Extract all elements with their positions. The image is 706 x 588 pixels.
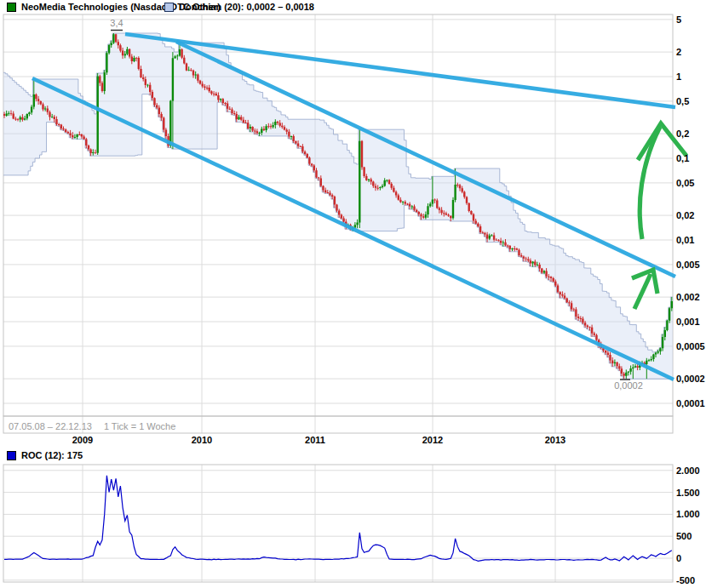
roc-legend: ROC (12): 175 — [7, 450, 83, 460]
svg-text:0,001: 0,001 — [676, 317, 700, 327]
roc-swatch-icon — [7, 451, 16, 460]
svg-text:2013: 2013 — [545, 435, 565, 445]
roc-axis-labels: 2.0001.5001.0005000-500 — [676, 465, 700, 585]
date-range-label: 07.05.08 – 22.12.13 — [9, 421, 92, 431]
svg-text:0,05: 0,05 — [676, 178, 694, 188]
svg-text:2009: 2009 — [72, 435, 93, 445]
svg-text:1.500: 1.500 — [676, 488, 700, 498]
svg-text:0,005: 0,005 — [676, 260, 700, 270]
svg-text:0,0002: 0,0002 — [676, 374, 705, 384]
date-range-bar: 07.05.08 – 22.12.131 Tick = 1 Woche — [9, 421, 187, 431]
chart-page: NeoMedia Technologies (Nasdaq OTC Other)… — [0, 0, 706, 588]
svg-text:1: 1 — [676, 71, 681, 82]
svg-text:0,0002: 0,0002 — [614, 380, 643, 391]
price-annotation-1: 0,0002 — [614, 380, 643, 391]
roc-label: ROC (12): 175 — [21, 450, 83, 460]
svg-text:2011: 2011 — [305, 435, 325, 445]
year-axis-labels: 20092010201120122013 — [72, 435, 565, 445]
svg-text:2010: 2010 — [192, 435, 212, 445]
svg-text:0,1: 0,1 — [676, 153, 689, 163]
svg-text:3,4: 3,4 — [110, 18, 123, 28]
svg-text:2012: 2012 — [422, 435, 443, 445]
svg-text:2.000: 2.000 — [676, 465, 700, 476]
svg-text:500: 500 — [676, 531, 692, 541]
svg-text:0,0001: 0,0001 — [676, 398, 705, 408]
price-and-roc-chart-canvas[interactable]: 3,40,00025210,50,20,10,050,020,010,0050,… — [0, 0, 706, 588]
svg-text:0,5: 0,5 — [676, 96, 689, 106]
svg-text:0: 0 — [676, 553, 681, 563]
svg-text:0,01: 0,01 — [676, 235, 694, 245]
price-axis-labels: 5210,50,20,10,050,020,010,0050,0020,0010… — [676, 14, 705, 408]
roc-line — [4, 476, 672, 561]
tick-note-label: 1 Tick = 1 Woche — [104, 421, 175, 431]
svg-text:5: 5 — [676, 14, 681, 25]
svg-text:1.000: 1.000 — [676, 509, 700, 519]
svg-text:0,0005: 0,0005 — [676, 341, 705, 351]
price-annotation-0: 3,4 — [110, 18, 123, 31]
svg-text:2: 2 — [676, 47, 681, 57]
small-up-arrow-icon[interactable] — [632, 270, 657, 309]
svg-text:0,2: 0,2 — [676, 128, 689, 139]
svg-text:-500: -500 — [676, 575, 695, 585]
svg-text:0,002: 0,002 — [676, 292, 700, 302]
svg-text:0,02: 0,02 — [676, 210, 694, 220]
